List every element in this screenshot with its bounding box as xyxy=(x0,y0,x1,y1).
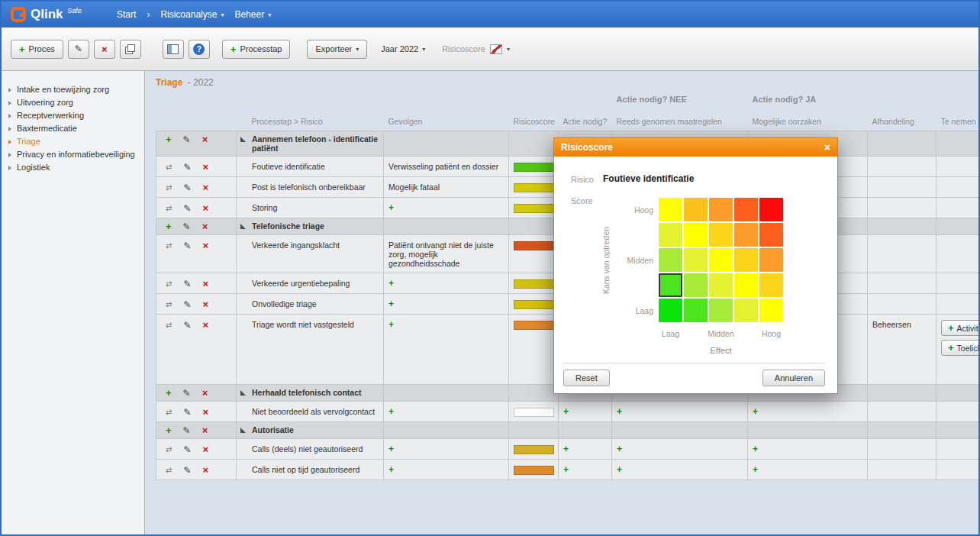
delete-icon[interactable]: × xyxy=(202,203,208,213)
edit-icon[interactable]: ✎ xyxy=(183,445,191,454)
delete-icon[interactable]: × xyxy=(202,221,208,231)
sidebar-item-intake-en-toewijzing-zorg[interactable]: Intake en toewijzing zorg xyxy=(2,83,144,96)
matrix-cell[interactable] xyxy=(684,198,708,221)
matrix-cell[interactable] xyxy=(659,198,682,221)
matrix-cell[interactable] xyxy=(709,223,733,247)
add-risk-icon[interactable]: + xyxy=(166,134,172,144)
help-button[interactable]: ? xyxy=(189,40,210,59)
matrix-cell[interactable] xyxy=(709,198,733,221)
matrix-cell[interactable] xyxy=(684,248,708,272)
reset-button[interactable]: Reset xyxy=(563,370,610,386)
sidebar-item-triage[interactable]: Triage xyxy=(2,135,144,148)
add-icon[interactable]: + xyxy=(388,444,394,454)
add-risk-icon[interactable]: + xyxy=(166,388,172,398)
reorder-icon[interactable]: ⇄ xyxy=(166,467,172,474)
risk-score-bar[interactable] xyxy=(514,241,554,250)
jaar-dropdown[interactable]: Jaar 2022 ▾ xyxy=(381,44,425,53)
matrix-cell[interactable] xyxy=(659,273,682,297)
delete-icon[interactable]: × xyxy=(202,465,208,475)
add-toelichting-button[interactable]: +Toelichting xyxy=(941,340,978,356)
matrix-cell[interactable] xyxy=(684,273,708,297)
delete-icon[interactable]: × xyxy=(202,407,208,417)
reorder-icon[interactable]: ⇄ xyxy=(166,408,172,416)
matrix-cell[interactable] xyxy=(684,223,708,247)
delete-icon[interactable]: × xyxy=(202,320,208,330)
matrix-cell[interactable] xyxy=(734,273,758,297)
add-icon[interactable]: + xyxy=(563,444,569,454)
delete-icon[interactable]: × xyxy=(202,241,208,250)
risk-score-bar[interactable] xyxy=(514,466,554,475)
delete-icon[interactable]: × xyxy=(202,425,208,435)
risk-score-bar[interactable] xyxy=(514,204,554,213)
add-icon[interactable]: + xyxy=(563,406,569,417)
reorder-icon[interactable]: ⇄ xyxy=(166,280,172,288)
delete-icon[interactable]: × xyxy=(202,444,208,454)
menu-item-risicoanalyse[interactable]: Risicoanalyse▾ xyxy=(160,9,224,20)
close-icon[interactable]: × xyxy=(824,142,830,153)
collapse-triangle-icon[interactable] xyxy=(240,428,246,433)
matrix-cell[interactable] xyxy=(659,223,682,247)
edit-icon[interactable]: ✎ xyxy=(183,426,191,435)
qlink-logo[interactable]: Qlink Safe xyxy=(11,5,82,24)
matrix-cell[interactable] xyxy=(759,248,783,272)
matrix-cell[interactable] xyxy=(734,299,758,322)
matrix-cell[interactable] xyxy=(759,223,783,247)
risk-score-bar[interactable] xyxy=(514,279,554,289)
matrix-cell[interactable] xyxy=(759,198,783,221)
sidebar-item-receptverwerking[interactable]: Receptverwerking xyxy=(2,109,144,122)
collapse-triangle-icon[interactable] xyxy=(240,390,246,396)
risk-score-bar[interactable] xyxy=(514,321,554,330)
delete-proces-button[interactable]: × xyxy=(94,40,115,59)
edit-icon[interactable]: ✎ xyxy=(183,279,191,289)
add-icon[interactable]: + xyxy=(753,406,758,417)
sidebar-item-uitvoering-zorg[interactable]: Uitvoering zorg xyxy=(2,96,144,109)
risk-score-bar[interactable] xyxy=(514,300,554,309)
add-icon[interactable]: + xyxy=(388,319,394,330)
edit-icon[interactable]: ✎ xyxy=(183,241,191,250)
add-icon[interactable]: + xyxy=(753,464,758,475)
edit-icon[interactable]: ✎ xyxy=(183,466,191,475)
add-risk-icon[interactable]: + xyxy=(166,221,172,231)
matrix-cell[interactable] xyxy=(659,299,682,322)
add-icon[interactable]: + xyxy=(388,299,394,309)
annuleren-button[interactable]: Annuleren xyxy=(762,370,825,386)
menu-item-beheer[interactable]: Beheer▾ xyxy=(234,9,271,20)
delete-icon[interactable]: × xyxy=(202,162,208,172)
add-icon[interactable]: + xyxy=(563,464,569,475)
matrix-cell[interactable] xyxy=(734,223,758,247)
reorder-icon[interactable]: ⇄ xyxy=(166,184,172,192)
copy-proces-button[interactable] xyxy=(120,40,141,59)
edit-icon[interactable]: ✎ xyxy=(183,163,191,172)
add-icon[interactable]: + xyxy=(617,444,622,454)
exporteer-button[interactable]: Exporteer ▾ xyxy=(307,40,367,59)
matrix-cell[interactable] xyxy=(709,299,733,322)
matrix-cell[interactable] xyxy=(659,248,682,272)
add-icon[interactable]: + xyxy=(388,278,394,289)
risk-score-bar[interactable] xyxy=(514,163,554,172)
delete-icon[interactable]: × xyxy=(202,134,208,144)
edit-icon[interactable]: ✎ xyxy=(183,183,191,192)
reorder-icon[interactable]: ⇄ xyxy=(166,321,172,329)
add-icon[interactable]: + xyxy=(617,406,622,417)
matrix-cell[interactable] xyxy=(759,299,783,322)
reorder-icon[interactable]: ⇄ xyxy=(166,301,172,308)
collapse-triangle-icon[interactable] xyxy=(240,137,246,142)
add-icon[interactable]: + xyxy=(388,464,394,475)
add-processtap-button[interactable]: + Processtap xyxy=(222,40,291,59)
matrix-cell[interactable] xyxy=(709,273,733,297)
delete-icon[interactable]: × xyxy=(202,182,208,192)
add-risk-icon[interactable]: + xyxy=(166,425,172,435)
risk-score-bar[interactable] xyxy=(514,183,554,192)
edit-icon[interactable]: ✎ xyxy=(183,408,191,417)
delete-icon[interactable]: × xyxy=(202,299,208,309)
add-proces-button[interactable]: + Proces xyxy=(11,40,63,59)
add-icon[interactable]: + xyxy=(388,406,394,417)
reorder-icon[interactable]: ⇄ xyxy=(166,446,172,454)
reorder-icon[interactable]: ⇄ xyxy=(166,205,172,212)
menu-item-start[interactable]: Start xyxy=(117,9,136,20)
edit-icon[interactable]: ✎ xyxy=(183,389,191,398)
edit-icon[interactable]: ✎ xyxy=(183,222,191,231)
edit-proces-button[interactable]: ✎ xyxy=(68,40,89,59)
add-icon[interactable]: + xyxy=(388,202,394,213)
edit-icon[interactable]: ✎ xyxy=(183,204,191,213)
